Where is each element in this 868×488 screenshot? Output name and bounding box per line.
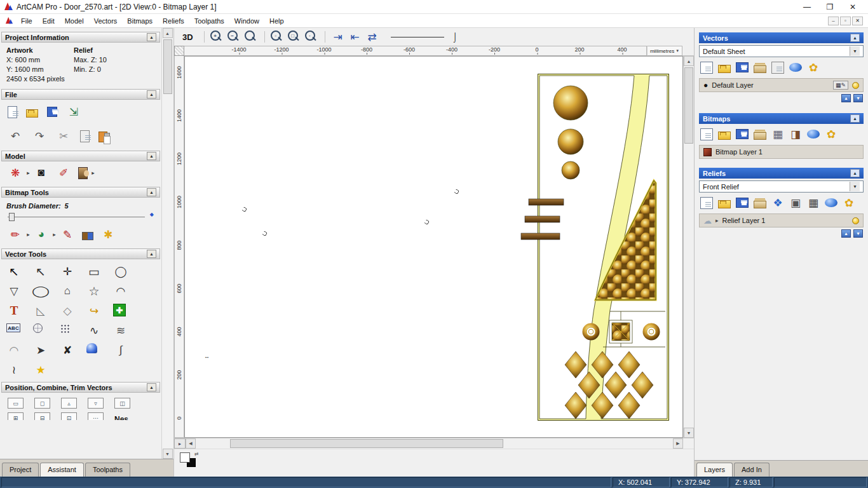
layer-name[interactable]: Default Layer — [712, 81, 829, 89]
toggle-preview-icon[interactable]: ⇄ — [365, 30, 380, 44]
create-text-icon[interactable]: T — [6, 304, 22, 318]
relief-calculate-icon[interactable]: ▦ — [807, 196, 820, 210]
layer-colour-swatch[interactable]: ● — [703, 81, 708, 90]
create-freeform-icon[interactable]: ▽ — [6, 284, 22, 298]
texture-icon[interactable]: ✱ — [100, 227, 116, 241]
copy-sheet-icon[interactable] — [771, 62, 784, 74]
trim-vectors-icon[interactable]: ✘ — [60, 343, 75, 357]
menu-window[interactable]: Window — [229, 15, 264, 27]
collapse-section-button[interactable]: ▲ — [147, 90, 156, 98]
brush-diameter-slider[interactable]: ◆ — [8, 212, 154, 222]
save-bitmap-icon[interactable] — [736, 129, 749, 139]
layer-edit-icons[interactable]: ▦✎ — [833, 81, 848, 90]
new-bitmap-layer-icon[interactable] — [700, 128, 713, 140]
block-copy-icon[interactable] — [60, 323, 69, 333]
mdi-close-icon[interactable]: ✕ — [852, 17, 863, 25]
paste-along-curve-icon[interactable]: ∿ — [86, 323, 102, 337]
vector-nub[interactable] — [424, 219, 430, 226]
copy-icon[interactable] — [80, 130, 90, 142]
nest-vectors-icon[interactable]: Nes — [114, 412, 128, 420]
vector-layer-row[interactable]: ● Default Layer ▦✎ — [699, 78, 864, 92]
toggle-vector-icon[interactable]: ⇤ — [348, 30, 363, 44]
flood-fill-icon[interactable] — [82, 232, 93, 240]
select-vectors-icon[interactable]: ↖ — [6, 264, 22, 278]
create-polygon-icon[interactable]: ⌂ — [60, 284, 75, 298]
scroll-down-icon[interactable]: ▼ — [684, 428, 694, 438]
relief-merge-icon[interactable] — [825, 198, 837, 207]
bitmap-layer-row[interactable]: Bitmap Layer 1 — [699, 145, 864, 159]
collapse-section-button[interactable]: ▲ — [147, 250, 156, 258]
move-layer-up-icon[interactable]: ▲ — [841, 94, 851, 102]
menu-help[interactable]: Help — [264, 15, 289, 27]
zoom-in-icon[interactable] — [210, 30, 225, 44]
scrollbar-thumb[interactable] — [684, 67, 693, 144]
create-circle-icon[interactable]: ◯ — [113, 264, 128, 278]
transform-vectors-icon[interactable]: ✛ — [60, 264, 75, 278]
toggle-bitmap-icon[interactable]: ⇥ — [330, 30, 346, 44]
ruler-units-selector[interactable]: millimetres ▼ — [647, 46, 682, 56]
scroll-up-icon[interactable]: ▲ — [684, 56, 694, 66]
expand-arrow-icon[interactable]: ▸ — [715, 217, 719, 224]
lights-material-icon[interactable]: ◙ — [34, 166, 49, 180]
vector-nub[interactable] — [262, 231, 268, 237]
sheet-selector[interactable]: Default Sheet ▼ — [699, 45, 864, 57]
nest-star-icon[interactable]: ★ — [33, 363, 48, 377]
new-model-icon[interactable] — [8, 106, 17, 118]
tab-toolpaths[interactable]: Toolpaths — [85, 463, 130, 477]
collapse-section-button[interactable]: ▲ — [147, 152, 156, 160]
minimize-button[interactable]: — — [796, 1, 818, 13]
menu-vectors[interactable]: Vectors — [89, 15, 123, 27]
save-sheet-icon[interactable] — [736, 62, 749, 72]
new-sheet-icon[interactable] — [700, 62, 713, 74]
layer-name[interactable]: Bitmap Layer 1 — [715, 148, 859, 156]
undo-icon[interactable]: ↶ — [8, 129, 23, 143]
wrap-text-icon[interactable] — [33, 323, 43, 333]
bitmap-options-icon[interactable]: ✿ — [825, 127, 837, 141]
zoom-previous-icon[interactable] — [304, 30, 320, 44]
save-relief-icon[interactable] — [736, 198, 749, 208]
slider-thumb[interactable] — [9, 213, 15, 221]
move-layer-down-icon[interactable]: ▼ — [853, 94, 863, 102]
move-layer-up-icon[interactable]: ▲ — [841, 229, 851, 238]
load-image-icon[interactable] — [78, 167, 88, 179]
menu-edit[interactable]: Edit — [37, 15, 60, 27]
collapse-section-button[interactable]: ▲ — [850, 169, 860, 177]
bitmap-merge-icon[interactable] — [807, 130, 820, 139]
create-ellipse-icon[interactable]: ◯ — [29, 284, 52, 298]
menu-file[interactable]: File — [16, 15, 37, 27]
import-model-icon[interactable]: ⇲ — [66, 105, 81, 119]
scrollbar-thumb[interactable] — [230, 439, 503, 448]
relief-stack-icon[interactable] — [754, 201, 766, 208]
collapse-section-button[interactable]: ▲ — [147, 33, 156, 41]
layer-visibility-icon[interactable] — [852, 217, 859, 224]
zoom-drawing-icon[interactable] — [287, 30, 302, 44]
vector-nub[interactable] — [241, 207, 248, 213]
scroll-right-icon[interactable]: ▶ — [673, 438, 683, 449]
measure-icon[interactable]: ◺ — [33, 304, 48, 318]
align-bottom-icon[interactable]: ▿ — [88, 398, 104, 409]
open-model-icon[interactable] — [26, 109, 38, 118]
copy-vector-icon[interactable]: ≋ — [113, 323, 128, 337]
selective-dropdown-icon[interactable]: ▸ — [52, 227, 57, 241]
join-vectors-icon[interactable]: ➤ — [33, 343, 48, 357]
relief-selector[interactable]: Front Relief ▼ — [699, 180, 864, 193]
open-sheet-icon[interactable] — [718, 65, 731, 73]
menu-model[interactable]: Model — [60, 15, 89, 27]
zoom-out-icon[interactable] — [227, 30, 242, 44]
collapse-section-button[interactable]: ▲ — [147, 383, 156, 391]
collapse-section-button[interactable]: ▲ — [147, 188, 156, 196]
tab-layers[interactable]: Layers — [696, 463, 733, 477]
cut-icon[interactable]: ✂ — [56, 129, 71, 143]
scrollbar-thumb[interactable] — [163, 39, 172, 94]
layer-visibility-icon[interactable] — [852, 82, 859, 89]
menu-toolpaths[interactable]: Toolpaths — [189, 15, 229, 27]
arc-fit-icon[interactable]: ◠ — [6, 343, 22, 357]
bitmap-stack-icon[interactable] — [754, 132, 766, 140]
align-right-icon[interactable]: ◻ — [34, 398, 50, 409]
move-layer-down-icon[interactable]: ▼ — [853, 229, 863, 238]
create-rectangle-icon[interactable]: ▭ — [86, 264, 102, 278]
create-star-icon[interactable]: ☆ — [86, 284, 102, 298]
layer-name[interactable]: Relief Layer 1 — [722, 217, 848, 224]
extrude-icon[interactable]: ∫ — [113, 343, 128, 357]
scroll-left-icon[interactable]: ◀ — [186, 438, 196, 449]
